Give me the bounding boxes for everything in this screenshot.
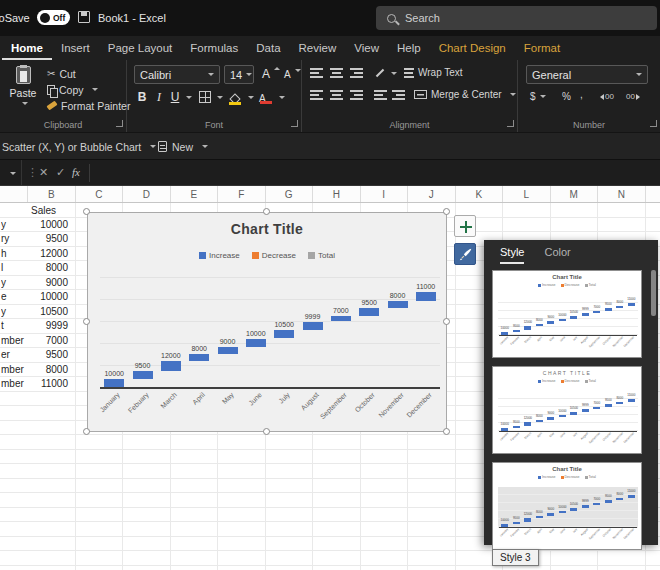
cell-b5[interactable]: 8000 [28, 261, 74, 275]
cell-a5[interactable]: l [1, 261, 27, 275]
resize-handle-sw[interactable] [83, 428, 90, 435]
search-box[interactable]: Search [376, 6, 657, 30]
increase-font-button[interactable]: A [262, 67, 280, 81]
chart-bar-november[interactable] [616, 498, 623, 500]
cell-b9[interactable]: 9999 [28, 319, 74, 333]
col-header-h[interactable]: H [313, 186, 361, 202]
resize-handle-e[interactable] [443, 318, 450, 325]
chart-bar-april[interactable] [189, 354, 209, 361]
chart-bar-july[interactable] [274, 330, 294, 339]
enter-icon[interactable]: ✓ [56, 166, 65, 179]
col-header-a-partial[interactable] [0, 186, 28, 202]
col-header-n[interactable]: N [598, 186, 646, 202]
borders-icon[interactable] [199, 91, 211, 103]
chart-bar-febuary[interactable] [133, 371, 153, 379]
scatter-bubble-chart-button[interactable]: Scatter (X, Y) or Bubble Chart [2, 139, 156, 154]
cell-a2[interactable]: y [1, 218, 27, 232]
number-dialog-launcher[interactable] [650, 120, 657, 127]
chart-bar-april[interactable] [536, 516, 543, 518]
underline-button[interactable]: U [169, 90, 181, 104]
col-header-c[interactable]: C [76, 186, 124, 202]
borders-dropdown-icon[interactable] [217, 96, 223, 99]
orientation-dropdown-icon[interactable] [391, 72, 397, 75]
style-thumbnail-3[interactable]: Chart TitleIncreaseDecreaseTotal10000Jan… [492, 462, 642, 550]
chart-bar-september[interactable] [331, 316, 351, 322]
cell-a3[interactable]: ry [1, 232, 27, 246]
comma-style-button[interactable]: , [580, 89, 583, 100]
cell-a6[interactable]: y [1, 276, 27, 290]
cell-b2[interactable]: 10000 [28, 218, 74, 232]
accounting-format-button[interactable]: $ [530, 91, 546, 102]
resize-handle-se[interactable] [443, 428, 450, 435]
cut-button[interactable]: ✂ Cut [47, 67, 76, 80]
font-dialog-launcher[interactable] [291, 120, 298, 127]
align-center-icon[interactable] [330, 90, 343, 100]
wrap-text-button[interactable]: Wrap Text [404, 67, 463, 78]
style-thumbnail-1[interactable]: Chart TitleIncreaseDecreaseTotal10000Jan… [492, 270, 642, 358]
style-tab[interactable]: Style [500, 246, 524, 264]
percent-style-button[interactable]: % [562, 91, 571, 102]
cell-a7[interactable]: e [1, 290, 27, 304]
number-format-select[interactable]: General [526, 65, 648, 84]
increase-decimal-button[interactable]: 00 [600, 92, 614, 101]
chart-bar-september[interactable] [593, 311, 600, 313]
cell-b13[interactable]: 11000 [28, 377, 74, 391]
paste-button[interactable]: Paste [5, 64, 41, 114]
chart-bar-december[interactable] [416, 292, 436, 301]
align-top-icon[interactable] [310, 68, 323, 78]
tab-formulas[interactable]: Formulas [181, 36, 247, 60]
save-icon[interactable] [78, 11, 90, 23]
chart-bar-april[interactable] [536, 324, 543, 326]
col-header-i[interactable]: I [361, 186, 409, 202]
tab-view[interactable]: View [345, 36, 388, 60]
style-thumbnail-2[interactable]: CHART TITLEIncreaseDecreaseTotal10000Jan… [492, 366, 642, 454]
cell-a8[interactable]: y [1, 305, 27, 319]
fill-color-dropdown-icon[interactable] [248, 96, 254, 99]
cell-a10[interactable]: mber [1, 334, 27, 348]
resize-handle-s[interactable] [263, 428, 270, 435]
insert-function-icon[interactable]: fx [72, 166, 80, 178]
col-header-k[interactable]: K [456, 186, 504, 202]
cell-a11[interactable]: er [1, 348, 27, 362]
chart-bar-september[interactable] [593, 503, 600, 505]
autosave-toggle[interactable]: Off [37, 10, 70, 25]
chart-legend[interactable]: IncreaseDecreaseTotal [88, 251, 446, 260]
resize-handle-nw[interactable] [83, 208, 90, 215]
col-header-g[interactable]: G [266, 186, 314, 202]
cell-b3[interactable]: 9500 [28, 232, 74, 246]
copy-button[interactable]: Copy [47, 83, 98, 96]
chart-bar-august[interactable] [303, 322, 323, 330]
tab-data[interactable]: Data [247, 36, 289, 60]
resize-handle-w[interactable] [83, 318, 90, 325]
cell-b11[interactable]: 9500 [28, 348, 74, 362]
clipboard-dialog-launcher[interactable] [116, 120, 123, 127]
chart-bar-november[interactable] [616, 306, 623, 308]
color-tab[interactable]: Color [544, 246, 570, 264]
font-color-dropdown-icon[interactable] [279, 96, 285, 99]
col-header-l[interactable]: L [503, 186, 551, 202]
chart-bar-april[interactable] [536, 420, 543, 422]
chart-bar-january[interactable] [104, 379, 124, 387]
tab-chart-design[interactable]: Chart Design [430, 36, 515, 60]
cell-b7[interactable]: 10000 [28, 290, 74, 304]
cell-b6[interactable]: 9000 [28, 276, 74, 290]
tab-help[interactable]: Help [388, 36, 430, 60]
chart-bar-may[interactable] [218, 347, 238, 355]
resize-handle-n[interactable] [263, 208, 270, 215]
italic-button[interactable]: I [153, 90, 165, 105]
chart-bar-october[interactable] [359, 308, 379, 316]
chart-bar-november[interactable] [616, 402, 623, 404]
decrease-indent-icon[interactable] [374, 90, 387, 100]
align-middle-icon[interactable] [330, 68, 343, 78]
cell-a12[interactable]: mber [1, 363, 27, 377]
cell-b4[interactable]: 12000 [28, 247, 74, 261]
col-header-f[interactable]: F [218, 186, 266, 202]
tab-review[interactable]: Review [290, 36, 346, 60]
merge-center-button[interactable]: Merge & Center [414, 89, 516, 100]
chart-styles-button[interactable] [454, 243, 476, 265]
format-painter-button[interactable]: Format Painter [47, 99, 130, 112]
align-bottom-icon[interactable] [350, 68, 363, 78]
col-header-b[interactable]: B [28, 186, 76, 202]
decrease-decimal-button[interactable]: 00 [626, 92, 640, 101]
chart-bar-september[interactable] [593, 407, 600, 409]
